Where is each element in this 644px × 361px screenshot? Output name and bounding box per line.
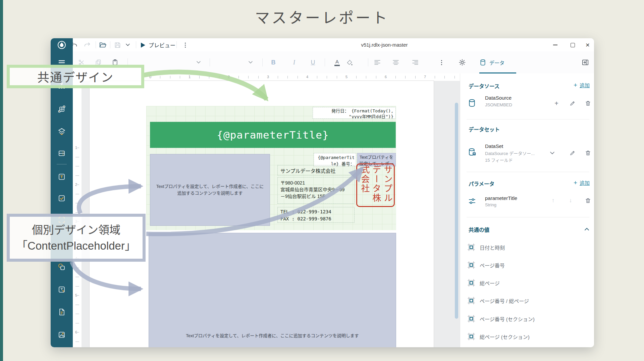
left-edge-accent [0,0,3,361]
move-up-button[interactable]: ↑ [549,197,557,204]
font-size-dropdown[interactable] [248,58,254,67]
divider [96,41,96,48]
common-value-total-pages-section[interactable]: 総ページ (セクション) [467,332,588,341]
tool-richtext[interactable] [57,285,66,294]
open-file-button[interactable] [98,41,107,49]
param-number-textbox[interactable]: {@parameterTitle} 番号： [314,153,356,166]
plus-icon: + [574,82,577,88]
dataset-fields: 15 フィールド [485,157,513,163]
dataset-name[interactable]: DataSet [485,143,503,149]
dataset-icon [468,148,477,157]
common-value-page-number-section[interactable]: ページ番号 (セクション) [467,314,588,323]
content-placeholder-1[interactable]: Textプロパティを設定して、レポート作成者に、ここに追加するコンテンツを説明し… [150,154,270,226]
add-parameter-button[interactable]: + 追加 [563,179,590,186]
expand-dataset-button[interactable] [548,149,556,157]
tool-table[interactable] [57,105,66,113]
company-name-textbox[interactable]: サンプルデータ株式会社 [277,165,355,175]
save-button[interactable] [113,41,122,49]
data-panel: データソース + 追加 DataSource JSONEMBED + データセッ… [460,73,594,347]
delete-dataset-button[interactable] [584,149,592,157]
field-box-icon [467,332,475,341]
italic-button[interactable]: I [290,58,299,67]
redo-button[interactable] [83,41,92,49]
collapse-panel-button[interactable] [581,58,590,67]
move-down-button[interactable]: ↓ [567,197,574,204]
redo-icon [84,41,91,49]
preview-button[interactable]: プレビュー [141,41,175,49]
tool-checkbox[interactable] [57,194,66,203]
settings-button[interactable] [458,58,467,67]
parameter-type: String [485,202,496,207]
add-datasource-button[interactable]: + 追加 [563,82,590,89]
callout-individual-line2: 「ContentPlaceholder」 [16,238,136,254]
tool-image[interactable] [57,330,66,339]
app-logo-icon [57,40,66,50]
company-seal-image[interactable]: サンプルデータ株式会社 [356,163,395,207]
maximize-button[interactable] [568,40,577,50]
delete-datasource-button[interactable] [584,100,592,107]
report-title-band[interactable]: {@parameterTitle} [150,122,396,148]
page-title: マスターレポート [0,6,644,28]
underline-button[interactable]: U [309,58,317,67]
add-label: 追加 [580,82,590,89]
postal-code: 〒980-0021 [280,179,354,186]
content-placeholder-2[interactable]: Textプロパティを設定して、レポート作成者に、ここに追加するコンテンツを説明し… [149,233,396,347]
divider [57,164,67,164]
font-color-button[interactable]: A [333,58,341,67]
more-format-button[interactable] [437,58,446,67]
company-address-textbox[interactable]: 〒980-0021 宮城県仙台市青葉区中央9－99 －9仙台駅前ビル 15F [277,177,355,204]
minimize-button[interactable] [550,40,560,50]
ruler-number: 7 [423,75,427,79]
ruler-number: 2 [75,182,77,188]
tool-layers[interactable] [57,127,66,136]
edit-datasource-button[interactable] [569,100,576,107]
divider [467,172,589,172]
ruler-number: 4 [305,75,310,79]
dataset-source: DataSource データソー... [485,150,535,156]
canvas-vertical-scrollbar[interactable] [455,103,458,319]
datasource-icon [468,99,476,107]
tool-shapes[interactable] [57,263,66,271]
tab-data[interactable]: データ [479,56,504,68]
font-family-dropdown[interactable] [196,58,202,67]
company-phone-textbox[interactable]: TEL : 022-999-1234 FAX : 022-999-9876 [277,207,355,223]
placeholder1-text: Textプロパティを設定して、レポート作成者に、ここに追加するコンテンツを説明し… [155,183,265,197]
edit-dataset-button[interactable] [569,149,576,157]
app-logo[interactable] [51,38,73,51]
save-menu-button[interactable] [125,41,131,49]
tool-textbox[interactable] [57,172,66,181]
add-dataset-button[interactable]: + [553,100,560,107]
align-center-button[interactable] [391,58,400,67]
common-value-page-of-total[interactable]: ページ番号 / 総ページ [467,296,588,305]
paint-bucket-icon [346,59,353,66]
close-button[interactable]: ✕ [583,40,592,50]
issue-date-line1: 発行日： {Format(Today(), [313,108,393,114]
common-value-total-pages[interactable]: 総ページ [467,278,588,287]
dataset-section-title: データセット [469,125,500,133]
more-options-button[interactable] [181,41,190,49]
collapse-common-values-button[interactable] [583,225,590,233]
align-right-button[interactable] [411,58,420,67]
common-value-date-time[interactable]: 日付と時刻 [467,243,588,252]
divider [467,217,589,217]
tool-container[interactable] [57,149,66,158]
divider [368,58,368,66]
datasource-name[interactable]: DataSource [485,95,512,101]
chevron-down-icon [126,44,130,46]
database-icon [479,59,486,66]
callout-common-design: 共通デザイン [7,65,144,88]
field-box-icon [467,315,475,323]
common-value-page-number[interactable]: ページ番号 [467,261,588,269]
tel-line: TEL : 022-999-1234 [280,208,354,215]
add-label: 追加 [580,179,590,186]
fill-color-button[interactable] [345,58,354,67]
parameter-name[interactable]: parameterTitle [485,195,517,201]
divider [176,41,177,48]
ruler-number: 6 [75,329,77,335]
issue-date-textbox[interactable]: 発行日： {Format(Today(), "yyyy年MM月dd日")} [313,107,396,119]
bold-button[interactable]: B [269,58,278,67]
tool-list[interactable] [57,308,66,316]
panel-toggle-icon [582,59,589,66]
align-left-button[interactable] [373,58,382,67]
delete-parameter-button[interactable] [584,197,592,204]
